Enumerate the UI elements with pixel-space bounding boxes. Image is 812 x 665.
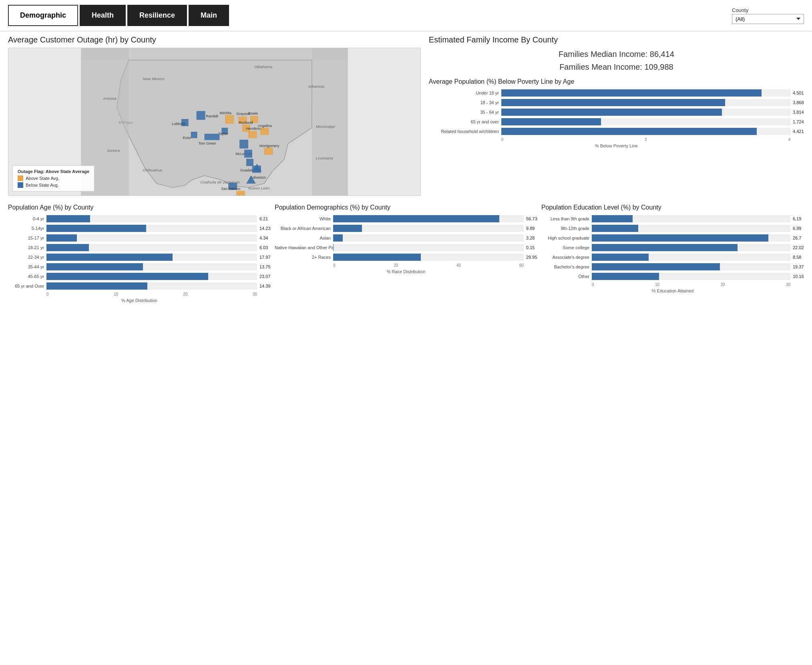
svg-rect-28 xyxy=(246,159,253,166)
axis-ticks: 0102030 xyxy=(46,292,257,296)
bar-fill xyxy=(46,234,77,242)
bar-value: 26.7 xyxy=(793,236,804,240)
bar-fill xyxy=(501,99,725,106)
svg-text:Nuevo León: Nuevo León xyxy=(248,186,270,190)
median-income: Families Median Income: 86,414 xyxy=(429,48,804,60)
education-chart-panel: Population Education Level (%) by County… xyxy=(541,204,804,303)
bar-value: 6.21 xyxy=(259,216,271,221)
bar-label: 65 yr and over xyxy=(429,119,499,124)
svg-text:New Mexico: New Mexico xyxy=(143,77,165,81)
map-title: Average Customer Outage (hr) by County xyxy=(8,35,421,44)
bar-row: High school graduate26.7 xyxy=(541,234,804,242)
bar-track xyxy=(592,263,790,270)
left-panel: Average Customer Outage (hr) by County A… xyxy=(8,35,421,196)
nav-tab-resilience[interactable]: Resilience xyxy=(127,5,187,26)
bar-label: 35-44 yr xyxy=(8,264,44,269)
bar-row: 15-17 yr4.34 xyxy=(8,234,271,242)
bar-value: 4.421 xyxy=(793,129,804,134)
bar-track xyxy=(501,118,790,125)
svg-text:Bowie: Bowie xyxy=(248,111,258,115)
bar-row: Associate's degree8.58 xyxy=(541,254,804,261)
svg-rect-27 xyxy=(244,150,252,158)
bar-fill xyxy=(46,244,89,251)
bar-fill xyxy=(333,234,343,242)
bar-value: 10.16 xyxy=(793,274,804,279)
bar-row: Less than 9th grade6.19 xyxy=(541,215,804,222)
axis-ticks: 0102030 xyxy=(592,282,790,287)
bar-label: Under 18 yr xyxy=(429,91,499,95)
svg-rect-15 xyxy=(197,111,205,120)
bar-label: 9th-12th grade xyxy=(541,226,589,231)
bar-track xyxy=(501,109,790,116)
svg-rect-44 xyxy=(248,131,257,138)
bar-track xyxy=(333,254,524,261)
legend-below-label: Below State Avg. xyxy=(26,183,59,187)
legend-above-label: Above State Avg. xyxy=(26,176,59,181)
age-chart: 0-4 yr6.215-14yr14.2315-17 yr4.3418-21 y… xyxy=(8,215,271,303)
age-chart-title: Population Age (%) by County xyxy=(8,204,271,211)
bar-value: 4.501 xyxy=(793,91,804,95)
svg-text:Montgomery: Montgomery xyxy=(259,144,279,148)
svg-text:Randall: Randall xyxy=(206,114,218,118)
svg-text:Chihuahua: Chihuahua xyxy=(143,168,162,172)
bar-track xyxy=(46,282,257,290)
bar-fill xyxy=(46,254,173,261)
svg-rect-2 xyxy=(312,48,348,195)
bar-fill xyxy=(333,254,421,261)
bar-row: 45-65 yr23.07 xyxy=(8,273,271,280)
bar-row: 18 - 34 yr3.868 xyxy=(429,99,804,106)
income-title: Estimated Family Income By County xyxy=(429,35,804,44)
bar-label: 45-65 yr xyxy=(8,274,44,279)
bar-row: 22-34 yr17.97 xyxy=(8,254,271,261)
tick-label: 2 xyxy=(645,137,647,142)
bar-fill xyxy=(46,282,147,290)
bar-track xyxy=(501,89,790,97)
svg-text:El Paso: El Paso xyxy=(119,120,133,125)
bar-fill xyxy=(592,254,649,261)
bar-track xyxy=(46,273,257,280)
bar-track xyxy=(46,254,257,261)
bar-value: 14.39 xyxy=(259,284,271,288)
svg-text:Tom Green: Tom Green xyxy=(199,141,216,145)
bar-value: 22.02 xyxy=(793,245,804,250)
bar-label: Black or African American xyxy=(275,226,331,231)
bar-value: 6.19 xyxy=(793,216,804,221)
bar-value: 13.75 xyxy=(259,264,271,269)
svg-rect-23 xyxy=(205,134,220,140)
svg-text:Taylor: Taylor xyxy=(218,132,228,136)
tick-label: 20 xyxy=(183,292,187,296)
axis-label: % Below Poverty Line xyxy=(429,143,804,148)
axis-label: % Race Distribution xyxy=(275,269,537,274)
bar-row: 5-14yr14.23 xyxy=(8,225,271,232)
bar-row: Under 18 yr4.501 xyxy=(429,89,804,97)
bar-row: Native Hawaiian and Other Pacific Island… xyxy=(275,244,537,251)
bar-value: 19.37 xyxy=(793,264,804,269)
bar-label: Related household w/children xyxy=(429,129,499,134)
bar-label: High school graduate xyxy=(541,236,589,240)
tick-label: 0 xyxy=(46,292,49,296)
svg-text:Hidalgo: Hidalgo xyxy=(231,195,243,195)
bar-row: 9th-12th grade6.99 xyxy=(541,225,804,232)
tick-label: 0 xyxy=(501,137,504,142)
county-label: County xyxy=(732,7,804,13)
svg-text:San Patricio: San Patricio xyxy=(221,187,240,191)
bar-track xyxy=(333,225,524,232)
axis-label: % Age Distribution xyxy=(8,298,271,303)
nav-tab-demographic[interactable]: Demographic xyxy=(8,5,78,26)
bar-track xyxy=(592,225,790,232)
bar-fill xyxy=(501,128,757,135)
education-chart-title: Population Education Level (%) by County xyxy=(541,204,804,211)
bar-label: 2+ Races xyxy=(275,255,331,260)
nav-tab-main[interactable]: Main xyxy=(189,5,229,26)
svg-rect-21 xyxy=(191,132,197,138)
nav-tab-health[interactable]: Health xyxy=(80,5,126,26)
tick-label: 20 xyxy=(720,282,725,287)
bar-label: Asian xyxy=(275,236,331,240)
bar-label: Associate's degree xyxy=(541,255,589,260)
bar-fill xyxy=(46,263,143,270)
tick-label: 0 xyxy=(333,263,336,268)
county-select[interactable]: (All) xyxy=(732,14,804,24)
bar-value: 29.95 xyxy=(526,255,537,260)
tick-label: 0 xyxy=(592,282,594,287)
legend-below: Below State Avg. xyxy=(18,182,89,188)
